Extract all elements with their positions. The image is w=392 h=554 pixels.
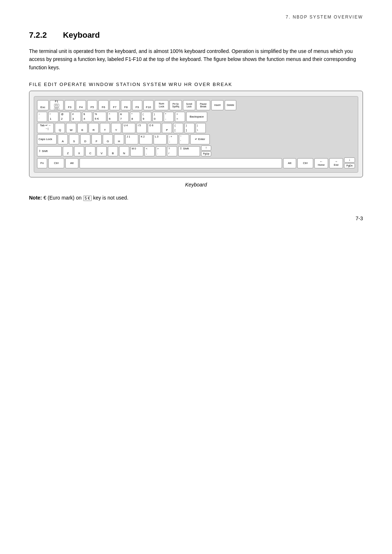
key-3[interactable]: # 3 xyxy=(71,112,81,122)
key-rbracket[interactable]: } ] xyxy=(184,123,195,133)
key-f3[interactable]: F3 xyxy=(65,100,75,110)
key-arrow-left[interactable]: ←Home xyxy=(314,158,328,168)
key-9[interactable]: ( 9 xyxy=(141,112,151,122)
key-w[interactable]: W xyxy=(66,123,76,133)
key-f7[interactable]: F7 xyxy=(110,100,120,110)
key-j[interactable]: J 1 xyxy=(125,134,138,144)
key-f6[interactable]: F6 xyxy=(98,100,109,110)
key-equals[interactable]: + = xyxy=(175,112,185,122)
key-ctrl-left[interactable]: Ctrl xyxy=(48,158,64,168)
key-h[interactable]: H xyxy=(114,134,124,144)
key-space[interactable] xyxy=(79,158,282,168)
menu-bar: FILE EDIT OPERATE WINDOW STATION SYSTEM … xyxy=(29,82,363,87)
note-suffix: key is not used. xyxy=(93,195,128,201)
key-p[interactable]: P xyxy=(162,123,172,133)
key-delete[interactable]: Delete xyxy=(225,100,236,110)
key-a[interactable]: A xyxy=(58,134,68,144)
zxcv-row: ⇧ Shift Z X C V B N M 0 < , > . ? / ⇧ Sh… xyxy=(37,145,355,156)
key-n[interactable]: N xyxy=(119,146,129,156)
key-5[interactable]: % 5 € xyxy=(93,112,106,122)
key-arrow-right[interactable]: →End xyxy=(329,158,343,168)
key-e[interactable]: E xyxy=(77,123,87,133)
key-period[interactable]: > . xyxy=(156,146,166,156)
page-header: 7. NBDP SYSTEM OVERVIEW xyxy=(29,15,363,20)
key-u[interactable]: U 4 xyxy=(122,123,135,133)
key-m[interactable]: M 0 xyxy=(130,146,143,156)
key-scroll[interactable]: ScrollLock xyxy=(183,100,195,110)
key-1[interactable]: ! 1 xyxy=(48,112,58,122)
key-shift-left[interactable]: ⇧ Shift xyxy=(37,146,62,156)
key-d[interactable]: D xyxy=(80,134,90,144)
key-enter[interactable]: ↵ Enter xyxy=(190,134,210,144)
key-alt-right[interactable]: Alt xyxy=(283,158,296,168)
key-f[interactable]: F xyxy=(91,134,102,144)
key-alt-left[interactable]: Alt xyxy=(65,158,78,168)
key-slash[interactable]: ? / xyxy=(167,146,177,156)
key-l[interactable]: L 3 xyxy=(154,134,167,144)
key-insert[interactable]: Insert xyxy=(211,100,224,110)
key-tilde[interactable]: ~ ` xyxy=(37,112,47,122)
key-y[interactable]: Y xyxy=(111,123,121,133)
key-arrow-up[interactable]: ↑ xyxy=(201,145,211,151)
key-r[interactable]: R xyxy=(89,123,99,133)
key-f4[interactable]: F4 xyxy=(76,100,86,110)
key-backspace[interactable]: Backspace xyxy=(186,112,207,122)
key-shift-right[interactable]: ⇧ Shift xyxy=(178,146,200,156)
body-text: The terminal unit is operated from the k… xyxy=(29,47,363,71)
key-k[interactable]: K 2 xyxy=(139,134,152,144)
note-label: Note: xyxy=(29,195,42,201)
key-esc[interactable]: Esc xyxy=(37,100,49,110)
key-2[interactable]: @ 2 xyxy=(60,112,70,122)
key-6[interactable]: ^ 6 xyxy=(107,112,118,122)
key-pgup[interactable]: PgUp xyxy=(201,151,211,156)
key-minus[interactable]: * - xyxy=(164,112,174,122)
number-key-row: ~ ` ! 1 @ 2 # 3 $ 4 % 5 € xyxy=(37,112,355,122)
key-v[interactable]: V xyxy=(97,146,107,156)
note-inline-key: 5 € xyxy=(83,196,92,201)
key-lbracket[interactable]: { [ xyxy=(173,123,183,133)
bottom-row: Fn Ctrl Alt Alt Ctrl ←Home →End ↓ PgDn xyxy=(37,157,355,168)
key-quote[interactable]: " ' xyxy=(179,134,189,144)
qwerty-row: Tab ↵→ →| Q W E R T Y U 4 I 5 O 6 P { [ xyxy=(37,123,355,133)
key-b[interactable]: B xyxy=(108,146,118,156)
key-numlock[interactable]: NumLock xyxy=(155,100,168,110)
key-o[interactable]: O 6 xyxy=(148,123,161,133)
section-title: 7.2.2 Keyboard xyxy=(29,30,363,40)
key-q[interactable]: Q xyxy=(55,123,65,133)
key-z[interactable]: Z xyxy=(63,146,73,156)
key-caps-lock[interactable]: Caps Lock xyxy=(37,134,57,144)
key-4[interactable]: $ 4 xyxy=(82,112,92,122)
key-prtsc[interactable]: Prt ScSysRq xyxy=(170,100,182,110)
pgdn-key-group: ↓ PgDn xyxy=(344,157,355,168)
key-x[interactable]: X xyxy=(74,146,84,156)
key-backslash[interactable]: | \ xyxy=(196,123,206,133)
pgup-key-group: ↑ PgUp xyxy=(201,145,211,156)
key-g[interactable]: G xyxy=(103,134,113,144)
key-arrow-down[interactable]: ↓ xyxy=(344,157,355,163)
key-f8[interactable]: F8 xyxy=(121,100,131,110)
key-ctrl-right[interactable]: Ctrl xyxy=(297,158,313,168)
key-i[interactable]: I 5 xyxy=(136,123,147,133)
key-f10[interactable]: F10 xyxy=(143,100,154,110)
key-f1f2[interactable]: F1 F1 F2 xyxy=(50,100,64,110)
key-s[interactable]: S xyxy=(69,134,79,144)
note-text: (Euro mark) on xyxy=(48,195,83,201)
key-comma[interactable]: < , xyxy=(144,146,155,156)
keyboard-caption: Keyboard xyxy=(29,182,363,188)
key-fn[interactable]: Fn xyxy=(37,158,47,168)
key-t[interactable]: T xyxy=(100,123,110,133)
key-tab[interactable]: Tab ↵→ →| xyxy=(37,123,54,133)
key-f5[interactable]: F5 xyxy=(87,100,97,110)
key-c[interactable]: C xyxy=(85,146,95,156)
key-f9[interactable]: F9 xyxy=(132,100,142,110)
key-pgdn[interactable]: PgDn xyxy=(344,163,355,168)
asdf-row: Caps Lock A S D F G H J 1 K 2 L 3 : + ; … xyxy=(37,134,355,144)
key-7[interactable]: & 7 xyxy=(119,112,129,122)
keyboard-inner: Esc F1 F1 F2 F3 F4 F5 F6 F7 F8 F9 F10 Nu… xyxy=(34,96,358,173)
key-pause[interactable]: PauseBreak xyxy=(196,100,210,110)
key-0[interactable]: ) 0 xyxy=(152,112,163,122)
note-symbol: € xyxy=(44,195,46,201)
key-semicolon[interactable]: : + ; xyxy=(168,134,178,144)
key-8[interactable]: * 8 xyxy=(130,112,140,122)
note-section: Note: € (Euro mark) on 5 € key is not us… xyxy=(29,195,363,201)
